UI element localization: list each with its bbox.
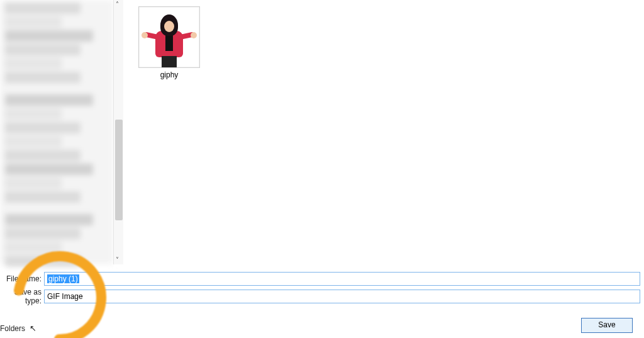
save-type-row: Save as type: GIF Image [0, 290, 644, 303]
file-name-label: File name: [0, 274, 44, 283]
file-name-row: File name: giphy (1) [0, 272, 644, 286]
save-type-label: Save as type: [0, 288, 44, 305]
person-illustration-icon [144, 12, 194, 67]
scroll-down-icon[interactable]: ˅ [116, 257, 119, 263]
save-dialog: ˄ ˅ giphy File name: giphy (1) Sav [0, 0, 644, 338]
save-type-select[interactable]: GIF Image [44, 290, 640, 303]
save-type-value: GIF Image [47, 292, 83, 301]
scroll-thumb[interactable] [115, 120, 123, 220]
folders-label: Folders [0, 324, 25, 333]
file-item[interactable]: giphy [136, 6, 203, 79]
hide-folders-toggle[interactable]: Folders ↖ [0, 324, 36, 333]
save-button[interactable]: Save [581, 318, 633, 333]
file-label: giphy [136, 70, 203, 79]
scroll-up-icon[interactable]: ˄ [116, 1, 119, 8]
file-name-value: giphy (1) [47, 274, 79, 283]
file-thumbnail [138, 6, 200, 68]
file-name-input[interactable]: giphy (1) [44, 272, 640, 286]
file-list-area[interactable]: giphy [123, 0, 644, 264]
folder-tree[interactable] [0, 0, 113, 264]
cursor-icon: ↖ [30, 324, 36, 333]
